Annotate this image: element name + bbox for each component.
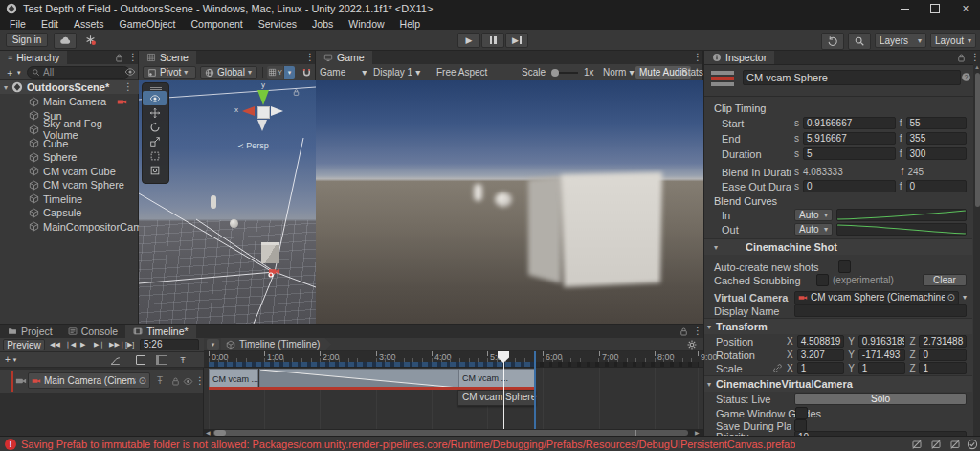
rect-tool-button[interactable] [143, 148, 167, 163]
search-button[interactable] [848, 33, 871, 50]
status-icon-c[interactable] [949, 439, 961, 450]
curves-view-button[interactable] [107, 354, 123, 366]
timeline-menu-icon[interactable]: ⋮ [693, 327, 702, 336]
snap-settings-button[interactable] [299, 66, 314, 79]
grid-visibility-button[interactable]: Y [267, 66, 283, 79]
tree-item-capsule[interactable]: Capsule [0, 206, 139, 219]
hierarchy-root-row[interactable]: ▾ OutdoorsScene* ⋮ [0, 80, 139, 94]
timeline-play-button[interactable]: ▶ [80, 341, 85, 349]
global-dropdown[interactable]: Global▾ [200, 66, 257, 79]
goto-end-button[interactable]: ▶▶❘ [109, 341, 125, 349]
menu-component[interactable]: Component [183, 17, 250, 30]
scene-sphere-object[interactable] [230, 219, 238, 228]
play-range-button[interactable]: [▶] [125, 341, 134, 349]
tree-item-sphere[interactable]: Sphere [0, 150, 139, 164]
rotation-x-field[interactable]: 3.207 [797, 349, 845, 361]
end-seconds-field[interactable]: 5.916667 [803, 132, 896, 145]
x-axis-cone[interactable] [242, 106, 255, 116]
menu-window[interactable]: Window [341, 17, 391, 30]
end-frames-field[interactable]: 355 [906, 132, 967, 145]
scene-cube-object[interactable] [261, 245, 279, 263]
clip-cm-vcam-cube[interactable]: CM vcam ... [209, 369, 258, 389]
gizmo-lock-icon[interactable] [292, 88, 301, 97]
collab-button[interactable] [80, 33, 100, 47]
replace-mode-button[interactable]: Ŧ [174, 354, 191, 366]
status-icon-b[interactable] [930, 439, 942, 450]
scale-y-field[interactable]: 1 [858, 362, 906, 374]
tab-timeline[interactable]: Timeline* [125, 325, 195, 338]
view-tool-button[interactable] [143, 91, 167, 105]
menu-file[interactable]: File [2, 17, 33, 30]
track-binding-field[interactable]: Main Camera (Cinemachine ⊙ [28, 372, 150, 389]
ripple-mode-button[interactable] [153, 354, 170, 366]
next-frame-button[interactable]: ▶❘ [94, 341, 104, 349]
tree-item-maincompositorcamera[interactable]: MainCompositorCamer [0, 220, 139, 234]
status-icon-a[interactable] [911, 439, 923, 450]
scale-tool-button[interactable] [143, 134, 167, 148]
rotate-tool-button[interactable] [143, 120, 167, 134]
start-seconds-field[interactable]: 0.9166667 [803, 117, 896, 129]
scene-visibility-icon[interactable] [123, 66, 136, 78]
move-tool-button[interactable] [143, 105, 167, 120]
timeline-options-dropdown-icon[interactable]: ▾ [207, 339, 219, 350]
gizmo-center-cube[interactable] [257, 106, 270, 119]
pivot-dropdown[interactable]: Pivot▾ [143, 66, 196, 79]
cinemachine-virtual-camera-header[interactable]: ▾ CinemachineVirtualCamera [704, 375, 972, 392]
grid-dropdown-icon[interactable]: ▾ [284, 66, 295, 79]
inspector-lock-icon[interactable] [955, 52, 967, 63]
game-view-dropdown[interactable]: Game▾ [320, 66, 367, 79]
scene-panel-menu-icon[interactable]: ⋮ [305, 53, 315, 62]
add-track-button[interactable]: +▾ [5, 353, 16, 366]
virtual-camera-object-field[interactable]: CM vcam Sphere (Cinemachine ⊙ [794, 291, 959, 304]
camera-gizmo-icon[interactable] [267, 265, 281, 278]
sign-in-button[interactable]: Sign in [6, 33, 48, 47]
minimize-button[interactable] [890, 0, 919, 17]
play-button[interactable]: ▶ [457, 33, 480, 48]
rotation-y-field[interactable]: -171.493 [858, 349, 906, 361]
display-dropdown[interactable]: Display 1▾ [373, 66, 420, 79]
timeline-ruler[interactable]: 0:00 1:00 2:00 3:00 4:00 5:00 6:00 7:00 … [204, 351, 703, 368]
tab-game[interactable]: Game [316, 51, 372, 64]
vcam-dropdown-icon[interactable]: ▾ [963, 293, 967, 302]
mix-mode-button[interactable] [132, 354, 149, 366]
timeline-clips-area[interactable]: CM vcam ... CM vcam ... CM vcam Sphere [204, 368, 703, 429]
cinemachine-shot-header[interactable]: ▾ Cinemachine Shot [704, 238, 972, 255]
stats-toggle[interactable]: Stats [681, 66, 703, 79]
track-mute-icon[interactable] [183, 376, 193, 387]
cached-scrubbing-checkbox[interactable] [816, 274, 829, 286]
menu-assets[interactable]: Assets [66, 17, 112, 30]
playhead-line[interactable] [503, 351, 504, 429]
transform-tool-button[interactable] [143, 163, 167, 177]
hierarchy-menu-icon[interactable]: ⋮ [128, 53, 138, 62]
scale-slider[interactable] [551, 72, 578, 74]
tab-scene[interactable]: Scene [139, 51, 196, 64]
prev-frame-button[interactable]: ❘◀ [65, 341, 76, 349]
position-z-field[interactable]: 2.731488 [919, 335, 967, 348]
tab-inspector[interactable]: Inspector [704, 51, 774, 64]
tab-console[interactable]: Console [60, 325, 126, 338]
scale-slider-knob[interactable] [551, 69, 559, 77]
orientation-gizmo[interactable]: y x [234, 82, 301, 140]
game-panel-menu-icon[interactable]: ⋮ [693, 53, 702, 62]
track-object-picker-icon[interactable]: ⊙ [139, 375, 146, 387]
position-y-field[interactable]: 0.9163189 [858, 335, 906, 348]
cloud-button[interactable] [54, 33, 77, 49]
scene-menu-icon[interactable]: ⋮ [123, 82, 133, 92]
breadcrumb[interactable]: Timeline (Timeline) [221, 338, 331, 350]
menu-help[interactable]: Help [392, 17, 429, 30]
timeline-lock-icon[interactable] [678, 326, 689, 337]
scrollbar-thumb[interactable] [975, 73, 980, 207]
foldout-arrow-icon[interactable]: ▾ [4, 83, 8, 92]
scroll-up-icon[interactable]: ▲ [974, 64, 980, 70]
scene-viewport[interactable]: y x ≺ Persp [139, 80, 316, 324]
help-icon[interactable] [961, 72, 971, 82]
scroll-left-icon[interactable]: ◀ [206, 429, 211, 436]
rotation-z-field[interactable]: 0 [919, 349, 967, 361]
link-scale-icon[interactable] [772, 363, 783, 373]
clip-name-field[interactable] [743, 70, 961, 85]
duration-seconds-field[interactable]: 5 [803, 147, 896, 160]
tree-item-cm-vcam-sphere[interactable]: CM vcam Sphere [0, 178, 139, 192]
step-button[interactable]: ▶ [505, 33, 528, 48]
blend-out-mode-dropdown[interactable]: Auto▾ [794, 223, 833, 236]
game-viewport[interactable] [316, 80, 703, 324]
